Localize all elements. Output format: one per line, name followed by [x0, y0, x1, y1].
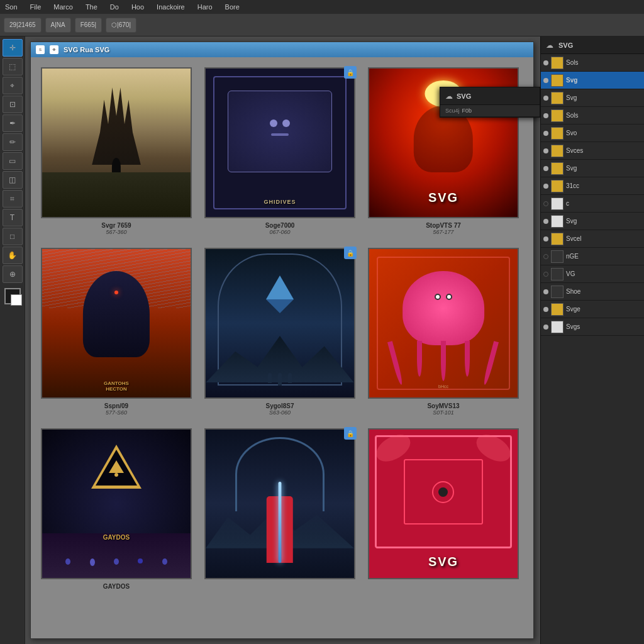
image-thumb-octopus[interactable]: bHcc — [368, 248, 519, 399]
layer-item-svge[interactable]: Svge — [541, 301, 644, 318]
layer-thumb-6 — [551, 145, 564, 157]
menu-bar: Son File Marco The Do Hoo Inackoire Haro… — [0, 0, 644, 14]
layer-item-shoe[interactable]: Shoe — [541, 283, 644, 301]
layer-name-16: Svgs — [566, 323, 641, 330]
layer-thumb-10 — [551, 215, 564, 228]
brush-tool[interactable]: ✏ — [3, 133, 23, 151]
cell-label-1: Svgr 7659 567-360 — [101, 222, 131, 235]
text-tool[interactable]: T — [3, 209, 23, 226]
grid-cell-7: GAYDOS GAYDOS — [41, 428, 192, 590]
layer-vis-dot-7 — [543, 166, 548, 171]
layer-name-8: 31cc — [566, 182, 641, 189]
menu-haro[interactable]: Haro — [195, 2, 215, 12]
layer-item-c[interactable]: c — [541, 195, 644, 213]
layer-vis-dot-10 — [543, 219, 548, 224]
grid-cell-6: bHcc SoyMVS13 S0T-101 — [368, 248, 519, 416]
toolbar-btn-1[interactable]: 29|21465 — [4, 18, 42, 33]
marquee-tool[interactable]: ⬚ — [3, 58, 23, 75]
image-thumb-diamond[interactable] — [204, 248, 355, 399]
pen-tool[interactable]: ⌗ — [3, 190, 23, 208]
menu-file[interactable]: File — [28, 2, 44, 12]
layer-item-nge[interactable]: nGE — [541, 248, 644, 265]
image-thumb-svg-pink[interactable]: SVG — [368, 428, 519, 579]
layer-vis-dot-3 — [543, 96, 548, 101]
menu-son[interactable]: Son — [3, 2, 20, 12]
foreground-color[interactable] — [4, 288, 21, 304]
filename-5: Sygol8S7 — [265, 402, 294, 409]
layer-item-svo[interactable]: Svo — [541, 125, 644, 142]
image-thumb-triangle[interactable]: GAYDOS — [41, 428, 192, 579]
background-color[interactable] — [11, 294, 22, 306]
layers-panel-cloud-icon: ☁ — [546, 41, 555, 50]
layer-vis-dot-8 — [543, 184, 548, 189]
layer-name-15: Svge — [566, 306, 641, 313]
image-wrapper-7: GAYDOS — [41, 428, 192, 579]
layer-item-svces[interactable]: Svces — [541, 142, 644, 160]
floating-svg-panel: ☁ SVG Scu4j F0b — [440, 87, 540, 118]
gradient-tool[interactable]: ◫ — [3, 171, 23, 189]
document-title-bar: S 👁 SVG Rua SVG — [31, 42, 533, 57]
zoom-tool[interactable]: ⊕ — [3, 265, 23, 283]
image-wrapper-1 — [41, 67, 192, 218]
menu-hoo[interactable]: Hoo — [129, 2, 147, 12]
shape-tool[interactable]: □ — [3, 228, 23, 245]
layer-vis-dot-6 — [543, 148, 548, 153]
filename-1: Svgr 7659 — [101, 222, 131, 229]
eyedropper-tool[interactable]: ✒ — [3, 114, 23, 132]
floating-panel-header: ☁ SVG — [440, 87, 540, 105]
doc-svg-icon: S — [36, 45, 45, 54]
layer-item-sols[interactable]: Sols — [541, 54, 644, 72]
eraser-tool[interactable]: ▭ — [3, 152, 23, 170]
cell-label-6: SoyMVS13 S0T-101 — [427, 402, 459, 416]
image-wrapper-8: 🔒 — [204, 428, 355, 579]
lasso-tool[interactable]: ⌖ — [3, 77, 23, 94]
menu-marco[interactable]: Marco — [51, 2, 75, 12]
toolbar: 29|21465 A|NA F665| ⬡|670| — [0, 14, 644, 36]
layer-thumb-16 — [551, 321, 564, 333]
layer-thumb-8 — [551, 180, 564, 192]
image-thumb-ghidives[interactable]: GHIDIVES — [204, 67, 355, 218]
layer-item-vg[interactable]: VG — [541, 265, 644, 283]
workspace: ✛ ⬚ ⌖ ⊡ ✒ ✏ ▭ ◫ ⌗ T □ ✋ ⊕ S 👁 SVG Rua SV… — [0, 36, 644, 644]
layer-name-10: Svg — [566, 218, 641, 225]
image-thumb-warrior[interactable] — [204, 428, 355, 579]
crop-tool[interactable]: ⊡ — [3, 96, 23, 113]
layer-name-1: Sols — [566, 59, 641, 66]
gaydos-text: GAYDOS — [103, 534, 130, 541]
cell-label-3: StopVTS 77 567-177 — [426, 222, 461, 235]
menu-do[interactable]: Do — [108, 2, 121, 12]
toolbar-btn-2[interactable]: A|NA — [45, 18, 71, 33]
layer-item-svg-10[interactable]: Svg — [541, 213, 644, 230]
layer-name-2: Svg — [566, 77, 641, 84]
hand-tool[interactable]: ✋ — [3, 247, 23, 264]
menu-bore[interactable]: Bore — [223, 2, 242, 12]
layer-name-13: VG — [566, 270, 641, 277]
image-thumb-castle[interactable] — [41, 67, 192, 218]
layer-item-sols-4[interactable]: Sols — [541, 107, 644, 125]
layers-panel: ☁ SVG Sols Svg Svg Sols Svo — [540, 36, 644, 644]
layer-item-svg-7[interactable]: Svg — [541, 160, 644, 177]
filename-2: Soge7000 — [265, 222, 295, 229]
toolbar-btn-3[interactable]: F665| — [75, 18, 102, 33]
layer-item-svg-3[interactable]: Svg — [541, 89, 644, 107]
grid-cell-2: 🔒 — [204, 67, 355, 235]
move-tool[interactable]: ✛ — [3, 39, 23, 57]
filename-4: Sspn/09 — [104, 402, 128, 409]
layer-vis-dot-1 — [543, 60, 548, 65]
layer-item-svgs[interactable]: Svgs — [541, 318, 644, 336]
layer-name-6: Svces — [566, 147, 641, 154]
toolbar-btn-4[interactable]: ⬡|670| — [106, 18, 136, 33]
layer-thumb-15 — [551, 303, 564, 316]
grid-cell-9: SVG — [368, 428, 519, 590]
cell-label-4: Sspn/09 577-S60 — [104, 402, 128, 416]
layer-item-svcel[interactable]: Svcel — [541, 230, 644, 248]
layer-thumb-11 — [551, 233, 564, 245]
layer-item-svg-selected[interactable]: Svg — [541, 72, 644, 89]
cell-label-7: GAYDOS — [103, 583, 130, 590]
layer-item-31cc[interactable]: 31cc — [541, 177, 644, 195]
document-content[interactable]: Svgr 7659 567-360 🔒 — [31, 57, 533, 638]
menu-inackoire[interactable]: Inackoire — [154, 2, 187, 12]
menu-the[interactable]: The — [83, 2, 100, 12]
image-thumb-ghost[interactable]: GANTOHSHECTON — [41, 248, 192, 399]
layer-thumb-12 — [551, 250, 564, 263]
